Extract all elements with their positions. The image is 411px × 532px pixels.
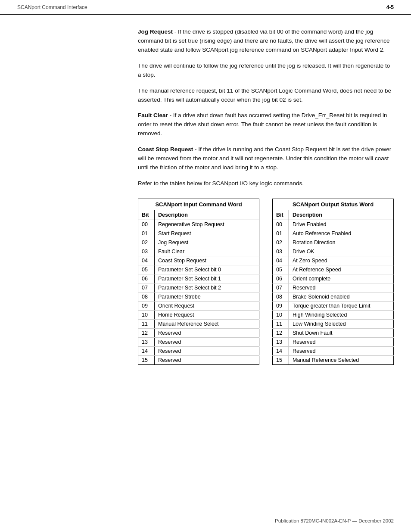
- bit-cell: 06: [273, 274, 289, 283]
- bit-cell: 08: [138, 292, 155, 301]
- paragraph-coast-stop: Coast Stop Request - If the drive is run…: [138, 145, 394, 172]
- output-table-container: SCANport Output Status Word Bit Descript…: [272, 199, 394, 365]
- table-row: 02Jog Request: [138, 238, 259, 247]
- tables-section: SCANport Input Command Word Bit Descript…: [138, 199, 394, 365]
- page: SCANport Command Interface 4-5 Jog Reque…: [0, 0, 411, 532]
- bit-cell: 03: [138, 247, 155, 256]
- desc-cell: Reserved: [155, 355, 259, 364]
- desc-cell: Manual Reference Selected: [289, 355, 394, 364]
- paragraph-manual-ref: The manual reference request, bit 11 of …: [138, 87, 394, 105]
- bit-cell: 09: [138, 301, 155, 310]
- bit-cell: 05: [138, 265, 155, 274]
- table-row: 04Coast Stop Request: [138, 256, 259, 265]
- bit-cell: 14: [273, 346, 289, 355]
- fault-clear-label: Fault Clear: [138, 112, 168, 118]
- table-row: 08Parameter Strobe: [138, 292, 259, 301]
- table-row: 11Manual Reference Select: [138, 319, 259, 328]
- bit-cell: 13: [138, 337, 155, 346]
- bit-cell: 04: [138, 256, 155, 265]
- footer-text: Publication 8720MC-IN002A-EN-P — Decembe…: [275, 518, 394, 523]
- bit-cell: 13: [273, 337, 289, 346]
- bit-cell: 07: [138, 283, 155, 292]
- bit-cell: 03: [273, 247, 289, 256]
- input-table-container: SCANport Input Command Word Bit Descript…: [138, 199, 259, 365]
- bit-cell: 12: [138, 328, 155, 337]
- table-row: 02Rotation Direction: [273, 238, 394, 247]
- table-row: 10Home Request: [138, 310, 259, 319]
- desc-cell: Manual Reference Select: [155, 319, 259, 328]
- page-header: SCANport Command Interface 4-5: [0, 0, 411, 15]
- bit-cell: 00: [273, 220, 289, 229]
- header-page-number: 4-5: [386, 4, 394, 10]
- refer-tables-text: Refer to the tables below for SCANport I…: [138, 180, 304, 187]
- table-row: 15Manual Reference Selected: [273, 355, 394, 364]
- bit-cell: 10: [273, 310, 289, 319]
- desc-cell: Reserved: [155, 346, 259, 355]
- output-table: Bit Description 00Drive Enabled01Auto Re…: [272, 210, 394, 365]
- desc-cell: Torque greater than Torque Limit: [289, 301, 394, 310]
- table-row: 14Reserved: [138, 346, 259, 355]
- desc-cell: Start Request: [155, 229, 259, 238]
- output-col-desc-header: Description: [289, 210, 394, 220]
- bit-cell: 11: [273, 319, 289, 328]
- desc-cell: Drive OK: [289, 247, 394, 256]
- desc-cell: Orient complete: [289, 274, 394, 283]
- table-row: 07Parameter Set Select bit 2: [138, 283, 259, 292]
- bit-cell: 04: [273, 256, 289, 265]
- bit-cell: 05: [273, 265, 289, 274]
- bit-cell: 02: [273, 238, 289, 247]
- table-row: 06Orient complete: [273, 274, 394, 283]
- paragraph-refer-tables: Refer to the tables below for SCANport I…: [138, 179, 394, 188]
- paragraph-jog-continue: The drive will continue to follow the jo…: [138, 62, 394, 80]
- table-row: 14Reserved: [273, 346, 394, 355]
- table-row: 15Reserved: [138, 355, 259, 364]
- bit-cell: 01: [138, 229, 155, 238]
- table-row: 09Torque greater than Torque Limit: [273, 301, 394, 310]
- input-table: Bit Description 00Regenerative Stop Requ…: [138, 210, 259, 365]
- tables-row: SCANport Input Command Word Bit Descript…: [138, 199, 394, 365]
- desc-cell: At Reference Speed: [289, 265, 394, 274]
- bit-cell: 02: [138, 238, 155, 247]
- bit-cell: 15: [273, 355, 289, 364]
- table-row: 05At Reference Speed: [273, 265, 394, 274]
- table-row: 03Fault Clear: [138, 247, 259, 256]
- table-row: 12Reserved: [138, 328, 259, 337]
- bit-cell: 06: [138, 274, 155, 283]
- table-row: 00Regenerative Stop Request: [138, 220, 259, 229]
- table-row: 10High Winding Selected: [273, 310, 394, 319]
- bit-cell: 14: [138, 346, 155, 355]
- bit-cell: 09: [273, 301, 289, 310]
- desc-cell: Shut Down Fault: [289, 328, 394, 337]
- desc-cell: Parameter Set Select bit 1: [155, 274, 259, 283]
- desc-cell: Parameter Set Select bit 0: [155, 265, 259, 274]
- bit-cell: 07: [273, 283, 289, 292]
- bit-cell: 08: [273, 292, 289, 301]
- input-col-desc-header: Description: [155, 210, 259, 220]
- table-row: 01Auto Reference Enabled: [273, 229, 394, 238]
- input-table-title: SCANport Input Command Word: [138, 199, 259, 210]
- desc-cell: Reserved: [289, 283, 394, 292]
- desc-cell: Reserved: [155, 337, 259, 346]
- desc-cell: Reserved: [289, 337, 394, 346]
- table-row: 07Reserved: [273, 283, 394, 292]
- table-row: 11Low Winding Selected: [273, 319, 394, 328]
- desc-cell: Reserved: [155, 328, 259, 337]
- table-row: 01Start Request: [138, 229, 259, 238]
- bit-cell: 00: [138, 220, 155, 229]
- table-row: 03Drive OK: [273, 247, 394, 256]
- desc-cell: Low Winding Selected: [289, 319, 394, 328]
- table-row: 13Reserved: [138, 337, 259, 346]
- table-row: 09Orient Request: [138, 301, 259, 310]
- desc-cell: Fault Clear: [155, 247, 259, 256]
- desc-cell: Jog Request: [155, 238, 259, 247]
- coast-stop-label: Coast Stop Request: [138, 146, 193, 152]
- bit-cell: 12: [273, 328, 289, 337]
- desc-cell: Reserved: [289, 346, 394, 355]
- jog-request-label: Jog Request: [138, 28, 173, 35]
- header-title: SCANport Command Interface: [17, 4, 87, 10]
- jog-request-text: - If the drive is stopped (disabled via …: [138, 28, 390, 53]
- bit-cell: 01: [273, 229, 289, 238]
- page-footer: Publication 8720MC-IN002A-EN-P — Decembe…: [0, 518, 411, 523]
- desc-cell: High Winding Selected: [289, 310, 394, 319]
- output-table-title: SCANport Output Status Word: [272, 199, 394, 210]
